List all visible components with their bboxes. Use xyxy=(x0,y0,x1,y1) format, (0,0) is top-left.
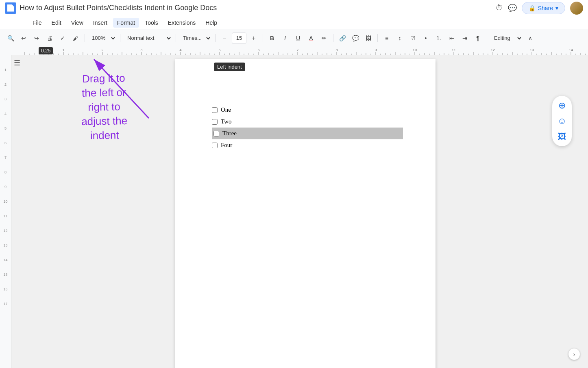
divider-4 xyxy=(215,34,216,42)
checkbox-3[interactable] xyxy=(213,131,219,136)
toolbar: 🔍 ↩ ↪ 🖨 ✓ 🖌 100% Normal text Times... − … xyxy=(0,29,588,47)
bullet-list-button[interactable]: • xyxy=(420,32,431,44)
outline-area: ☰ xyxy=(11,55,23,368)
menu-tools[interactable]: Tools xyxy=(141,18,162,28)
image-insert-button[interactable]: 🖼 xyxy=(555,130,568,143)
menu-edit[interactable]: Edit xyxy=(48,18,65,28)
checklist-label-3: Three xyxy=(222,128,237,139)
menu-insert[interactable]: Insert xyxy=(89,18,111,28)
divider-5 xyxy=(263,34,263,42)
menu-view[interactable]: View xyxy=(67,18,87,28)
zoom-select[interactable]: 100% xyxy=(88,32,117,44)
align-button[interactable]: ≡ xyxy=(381,32,392,44)
checklist-label-2: Two xyxy=(221,116,231,127)
comments-icon[interactable]: 💬 xyxy=(508,4,517,13)
clear-formatting-button[interactable]: ¶ xyxy=(472,32,483,44)
ruler: 0.25 xyxy=(0,47,588,55)
checkbox-4[interactable] xyxy=(212,143,218,148)
highlight-button[interactable]: ✏ xyxy=(318,32,330,44)
history-icon[interactable]: ⏱ xyxy=(496,4,503,12)
italic-button[interactable]: I xyxy=(279,32,291,44)
divider-8 xyxy=(487,34,487,42)
divider-1 xyxy=(85,34,85,42)
checkbox-2[interactable] xyxy=(212,119,218,125)
outline-icon[interactable]: ☰ xyxy=(14,58,20,67)
line-spacing-button[interactable]: ↕ xyxy=(394,32,405,44)
document-title: How to Adjust Bullet Points/Checklists I… xyxy=(20,4,492,12)
collapse-button[interactable]: ∧ xyxy=(525,32,536,44)
left-indent-tooltip: Left indent xyxy=(214,63,245,71)
checklist-item-2: Two xyxy=(212,116,403,128)
left-number-ruler: 1234567891011121314151617 xyxy=(0,55,11,368)
spell-check-button[interactable]: ✓ xyxy=(57,32,68,44)
numbered-list-button[interactable]: 1. xyxy=(433,32,444,44)
add-content-button[interactable]: ⊕ xyxy=(555,99,568,112)
checklist-item-1: One xyxy=(212,104,403,116)
share-button[interactable]: 🔒 Share ▾ xyxy=(522,2,565,14)
comment-button[interactable]: 💬 xyxy=(350,32,361,44)
lock-icon: 🔒 xyxy=(529,5,536,11)
share-dropdown-icon: ▾ xyxy=(555,5,558,11)
emoji-button[interactable]: ☺ xyxy=(555,115,568,128)
menu-format[interactable]: Format xyxy=(113,18,139,28)
checklist-item-3: Three xyxy=(212,128,403,139)
checklist-label-1: One xyxy=(221,104,231,115)
font-size-decrease-button[interactable]: − xyxy=(219,32,230,44)
menu-extensions[interactable]: Extensions xyxy=(164,18,200,28)
menu-bar: File Edit View Insert Format Tools Exten… xyxy=(0,16,588,29)
font-size-increase-button[interactable]: + xyxy=(248,32,259,44)
checklist: One Two Three Four xyxy=(208,104,403,151)
divider-7 xyxy=(377,34,378,42)
bold-button[interactable]: B xyxy=(266,32,278,44)
menu-help[interactable]: Help xyxy=(201,18,221,28)
decrease-indent-button[interactable]: ⇤ xyxy=(446,32,457,44)
font-color-button[interactable]: A xyxy=(305,32,317,44)
undo-button[interactable]: ↩ xyxy=(18,32,29,44)
ruler-tooltip: 0.25 xyxy=(39,47,53,54)
checklist-item-4: Four xyxy=(212,139,403,151)
content-area: Drag it tothe left orright toadjust thei… xyxy=(23,55,588,368)
menu-file[interactable]: File xyxy=(28,18,46,28)
font-select[interactable]: Times... xyxy=(179,32,212,44)
underline-button[interactable]: U xyxy=(292,32,304,44)
divider-6 xyxy=(333,34,333,42)
avatar[interactable] xyxy=(570,2,583,15)
document-page: Left indent One Two Three xyxy=(175,59,436,368)
editing-select[interactable]: Editing xyxy=(490,32,523,44)
link-button[interactable]: 🔗 xyxy=(337,32,348,44)
paragraph-style-select[interactable]: Normal text xyxy=(124,32,172,44)
paint-format-button[interactable]: 🖌 xyxy=(70,32,81,44)
page-wrapper: Left indent One Two Three xyxy=(23,59,588,368)
checkbox-1[interactable] xyxy=(212,107,218,113)
main-layout: 1234567891011121314151617 ☰ Drag it toth… xyxy=(0,55,588,368)
image-button[interactable]: 🖼 xyxy=(363,32,374,44)
expand-button[interactable]: › xyxy=(568,349,580,360)
float-panel: ⊕ ☺ 🖼 xyxy=(552,96,572,146)
font-size-input[interactable] xyxy=(232,32,246,44)
title-icons: ⏱ 💬 🔒 Share ▾ xyxy=(496,2,583,15)
checklist-label-4: Four xyxy=(221,140,232,151)
divider-2 xyxy=(120,34,120,42)
title-bar: How to Adjust Bullet Points/Checklists I… xyxy=(0,0,588,16)
search-button[interactable]: 🔍 xyxy=(5,32,16,44)
divider-3 xyxy=(176,34,176,42)
share-label: Share xyxy=(538,5,553,11)
redo-button[interactable]: ↪ xyxy=(31,32,42,44)
print-button[interactable]: 🖨 xyxy=(44,32,55,44)
increase-indent-button[interactable]: ⇥ xyxy=(459,32,470,44)
checklist-button[interactable]: ☑ xyxy=(407,32,418,44)
doc-icon xyxy=(5,2,16,14)
